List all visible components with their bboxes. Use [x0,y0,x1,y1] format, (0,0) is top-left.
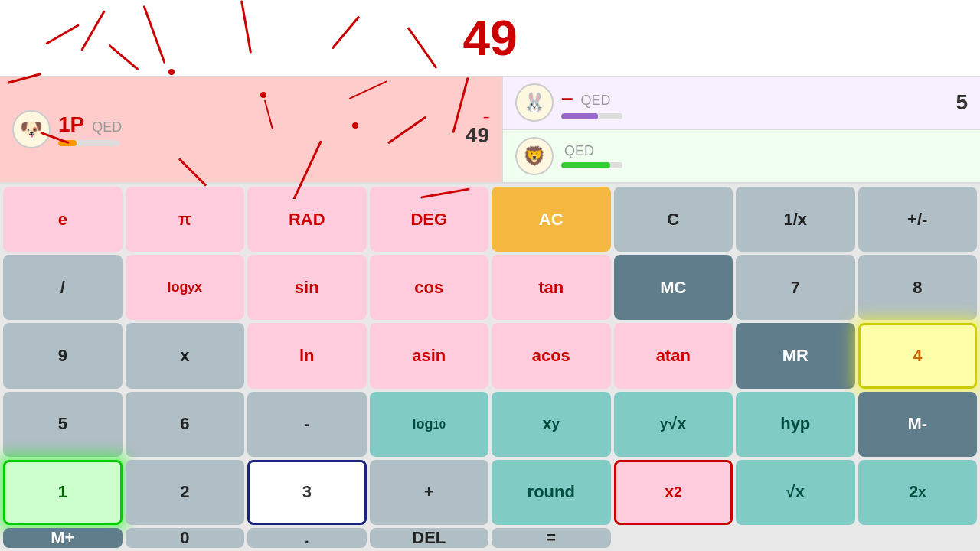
btn-yrtx[interactable]: y√x [614,392,733,457]
btn-cos[interactable]: cos [370,255,489,320]
btn-xsq[interactable]: x2 [614,460,733,525]
btn-asin[interactable]: asin [370,323,489,388]
btn-eq[interactable]: = [492,528,611,548]
btn-inv[interactable]: 1/x [736,187,855,252]
btn-dot[interactable]: . [247,528,367,548]
player2-score-value: 5 [956,90,968,115]
btn-ln[interactable]: ln [247,323,367,388]
player2-qed: QED [581,93,611,109]
player1-health-bar-container [58,140,119,146]
player1-score-value: 49 [466,123,489,148]
player1-info: 1P QED [58,112,466,146]
btn-xy[interactable]: xy [492,392,611,457]
btn-hyp[interactable]: hyp [736,392,855,457]
btn-acos[interactable]: acos [492,323,611,388]
btn-add[interactable]: + [370,460,489,525]
btn-8[interactable]: 8 [858,255,978,320]
btn-0[interactable]: 0 [126,528,245,548]
btn-ac[interactable]: AC [492,187,611,252]
btn-9[interactable]: 9 [3,323,122,388]
btn-mplus[interactable]: M+ [3,528,122,548]
btn-div[interactable]: / [3,255,122,320]
btn-mr[interactable]: MR [736,323,855,388]
btn-5[interactable]: 5 [3,392,122,457]
player3-score: 🦁 QED [503,130,980,184]
btn-1[interactable]: 1 [3,460,122,525]
player2-health-bar-container [561,113,622,119]
btn-tan[interactable]: tan [492,255,611,320]
btn-e[interactable]: e [3,187,122,252]
btn-7[interactable]: 7 [736,255,855,320]
btn-del[interactable]: DEL [370,528,489,548]
display-area: 49 [0,0,980,77]
btn-2[interactable]: 2 [126,460,245,525]
player2-info: – QED [561,86,956,119]
btn-log10[interactable]: log10 [370,392,489,457]
player23-area: 🐰 – QED 5 🦁 QED [503,77,980,184]
player2-score: 🐰 – QED 5 [503,77,980,130]
player3-health-bar [561,162,610,168]
btn-4[interactable]: 4 [858,323,978,388]
btn-atan[interactable]: atan [614,323,733,388]
player3-avatar: 🦁 [515,137,554,175]
btn-mul[interactable]: x [126,323,245,388]
player2-avatar: 🐰 [515,83,554,122]
main-display: 49 [0,10,980,67]
player3-qed: QED [564,143,594,159]
btn-c[interactable]: C [614,187,733,252]
btn-rad[interactable]: RAD [247,187,367,252]
btn-3[interactable]: 3 [247,460,367,525]
player1-qed: QED [92,119,122,135]
player1-health-bar [58,140,77,146]
btn-sin[interactable]: sin [247,255,367,320]
btn-round[interactable]: round [492,460,611,525]
player1-avatar: 🐶 [12,110,51,148]
player1-score: 🐶 1P QED – 49 [0,77,503,184]
btn-pm[interactable]: +/- [858,187,978,252]
player1-label: 1P [58,112,84,137]
btn-6[interactable]: 6 [126,392,245,457]
calculator-grid: e π RAD DEG AC C 1/x +/- / logyx sin cos… [0,184,980,551]
score-area: 🐶 1P QED – 49 🐰 – QED [0,77,980,184]
btn-logy[interactable]: logyx [126,255,245,320]
btn-mminus[interactable]: M- [858,392,978,457]
btn-sub[interactable]: - [247,392,367,457]
btn-deg[interactable]: DEG [370,187,489,252]
player3-info: QED [561,143,968,168]
player2-health-bar [561,113,598,119]
btn-sqrt[interactable]: √x [736,460,855,525]
player2-dash: – [561,86,573,110]
btn-pi[interactable]: π [126,187,245,252]
btn-mc[interactable]: MC [614,255,733,320]
player3-health-bar-container [561,162,622,168]
btn-twox[interactable]: 2x [858,460,978,525]
